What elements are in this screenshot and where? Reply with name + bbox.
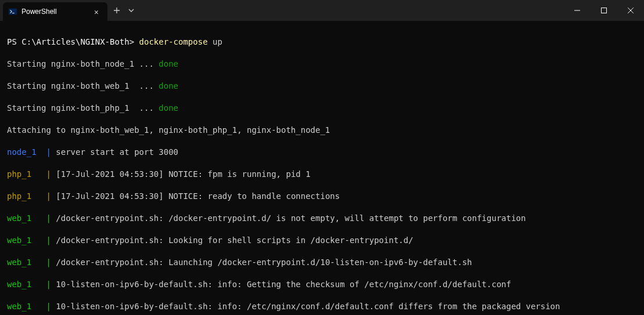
separator: | <box>46 147 56 157</box>
close-button[interactable] <box>617 0 644 21</box>
output-line: php_1 | [17-Jul-2021 04:53:30] NOTICE: r… <box>7 191 637 202</box>
container-prefix-web: web_1 <box>7 302 46 311</box>
separator: | <box>46 236 56 245</box>
text: Starting nginx-both_php_1 ... <box>7 103 159 113</box>
container-prefix-web: web_1 <box>7 213 46 223</box>
separator: | <box>46 302 56 311</box>
log-text: 10-listen-on-ipv6-by-default.sh: info: G… <box>56 280 511 289</box>
container-prefix-node: node_1 <box>7 147 46 157</box>
container-prefix-php: php_1 <box>7 169 46 179</box>
separator: | <box>46 213 56 223</box>
log-text: server start at port 3000 <box>56 147 178 157</box>
tabs-container: PowerShell ✕ <box>0 0 134 21</box>
log-text: 10-listen-on-ipv6-by-default.sh: info: /… <box>56 302 560 311</box>
minimize-button[interactable] <box>564 0 591 21</box>
svg-rect-0 <box>9 9 17 15</box>
log-text: /docker-entrypoint.sh: /docker-entrypoin… <box>56 213 526 223</box>
log-text: [17-Jul-2021 04:53:30] NOTICE: fpm is ru… <box>56 169 310 179</box>
new-tab-button[interactable] <box>113 7 120 14</box>
prompt-line: PS C:\Articles\NGINX-Both> docker-compos… <box>7 37 637 48</box>
terminal-output[interactable]: PS C:\Articles\NGINX-Both> docker-compos… <box>0 21 644 315</box>
tab-dropdown-button[interactable] <box>128 8 134 13</box>
prompt-path: PS C:\Articles\NGINX-Both> <box>7 37 134 46</box>
separator: | <box>46 258 56 267</box>
window-titlebar: PowerShell ✕ <box>0 0 644 21</box>
log-text: [17-Jul-2021 04:53:30] NOTICE: ready to … <box>56 191 340 201</box>
text: Starting nginx-both_web_1 ... <box>7 81 159 90</box>
log-text: /docker-entrypoint.sh: Looking for shell… <box>56 236 413 245</box>
output-line: web_1 | 10-listen-on-ipv6-by-default.sh:… <box>7 301 637 312</box>
output-line: web_1 | /docker-entrypoint.sh: /docker-e… <box>7 213 637 224</box>
prompt-command: docker-compose <box>134 37 207 46</box>
svg-rect-3 <box>602 8 607 13</box>
output-line: web_1 | 10-listen-on-ipv6-by-default.sh:… <box>7 279 637 290</box>
separator: | <box>46 191 56 201</box>
container-prefix-php: php_1 <box>7 191 46 201</box>
prompt-args: up <box>208 37 222 46</box>
separator: | <box>46 169 56 179</box>
status-done: done <box>159 81 178 90</box>
container-prefix-web: web_1 <box>7 236 46 245</box>
tab-close-button[interactable]: ✕ <box>91 6 102 17</box>
status-done: done <box>159 59 178 68</box>
separator: | <box>46 280 56 289</box>
powershell-icon <box>9 8 17 16</box>
output-line: web_1 | /docker-entrypoint.sh: Launching… <box>7 257 637 268</box>
container-prefix-web: web_1 <box>7 258 46 267</box>
maximize-button[interactable] <box>591 0 617 21</box>
log-text: /docker-entrypoint.sh: Launching /docker… <box>56 258 472 267</box>
container-prefix-web: web_1 <box>7 280 46 289</box>
output-line: node_1 | server start at port 3000 <box>7 147 637 158</box>
tab-powershell[interactable]: PowerShell ✕ <box>3 2 107 21</box>
output-line: web_1 | /docker-entrypoint.sh: Looking f… <box>7 235 637 246</box>
window-controls <box>564 0 644 21</box>
tab-title: PowerShell <box>21 8 87 16</box>
output-line: Starting nginx-both_php_1 ... done <box>7 103 637 114</box>
text: Starting nginx-both_node_1 ... <box>7 59 159 68</box>
status-done: done <box>159 103 178 113</box>
output-line: Starting nginx-both_web_1 ... done <box>7 81 637 92</box>
output-line: php_1 | [17-Jul-2021 04:53:30] NOTICE: f… <box>7 169 637 180</box>
output-line: Attaching to nginx-both_web_1, nginx-bot… <box>7 125 637 136</box>
output-line: Starting nginx-both_node_1 ... done <box>7 59 637 70</box>
tab-actions <box>107 0 134 21</box>
